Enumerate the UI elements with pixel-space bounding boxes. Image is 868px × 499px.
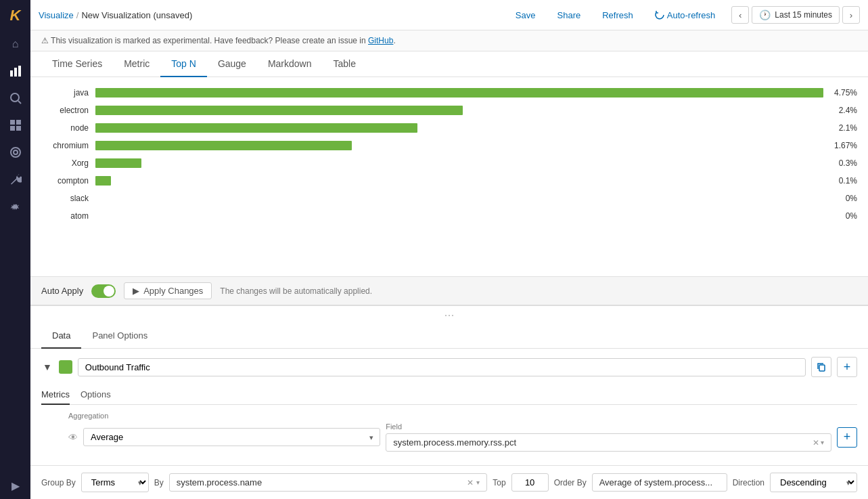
by-field-input[interactable]: system.process.name ✕ ▾	[169, 473, 488, 492]
svg-line-4	[18, 101, 21, 104]
by-field-clear-icon[interactable]: ✕	[467, 478, 474, 487]
time-range-label: Last 15 minutes	[775, 10, 832, 20]
svg-rect-5	[10, 120, 15, 125]
auto-apply-toggle[interactable]	[91, 284, 116, 298]
auto-apply-note: The changes will be automatically applie…	[220, 286, 372, 296]
metrics-tab-options[interactable]: Options	[81, 385, 111, 405]
sidebar-settings-icon[interactable]	[0, 193, 30, 220]
svg-rect-2	[18, 66, 21, 77]
aggregation-wrapper: Average Sum Min Max	[83, 428, 380, 446]
viz-tabs: Time Series Metric Top N Gauge Markdown …	[30, 51, 868, 77]
svg-rect-7	[10, 126, 15, 131]
tab-data[interactable]: Data	[41, 324, 81, 349]
sidebar-chart-icon[interactable]	[0, 58, 30, 85]
chart-value: 0.1%	[823, 176, 857, 186]
top-value-input[interactable]	[511, 473, 549, 492]
metric-eye-icon[interactable]: 👁	[68, 432, 78, 443]
refresh-button[interactable]: Refresh	[597, 7, 639, 23]
field-column-label: Field	[386, 422, 831, 431]
group-by-type-select[interactable]: Terms Filters	[81, 473, 149, 492]
github-link[interactable]: GitHub	[368, 36, 393, 45]
breadcrumb: Visualize / New Visualization (unsaved)	[39, 10, 505, 20]
tab-time-series[interactable]: Time Series	[41, 51, 113, 77]
banner-text-end: .	[393, 36, 395, 45]
banner-text: ⚠ This visualization is marked as experi…	[41, 36, 368, 45]
order-by-field[interactable]: Average of system.process...	[592, 473, 727, 492]
breadcrumb-current: New Visualization (unsaved)	[81, 10, 192, 20]
tab-gauge[interactable]: Gauge	[207, 51, 257, 77]
apply-changes-button[interactable]: ▶ Apply Changes	[124, 282, 212, 299]
chart-row: slack0%	[41, 191, 857, 206]
series-color-swatch[interactable]	[59, 360, 72, 374]
chart-row: electron2.4%	[41, 103, 857, 118]
field-clear-icon[interactable]: ✕	[813, 438, 819, 448]
share-button[interactable]: Share	[552, 7, 587, 23]
series-collapse-button[interactable]: ▼	[41, 360, 53, 374]
sidebar-home-icon[interactable]: ⌂	[0, 30, 30, 58]
sidebar-discover-icon[interactable]	[0, 85, 30, 112]
sidebar-wrench-icon[interactable]	[0, 166, 30, 193]
group-by-label: Group By	[41, 478, 76, 487]
chart-area: java4.75%electron2.4%node2.1%chromium1.6…	[30, 77, 868, 276]
chart-bar-container	[95, 176, 823, 186]
breadcrumb-separator: /	[76, 10, 79, 20]
auto-apply-bar: Auto Apply ▶ Apply Changes The changes w…	[30, 276, 868, 305]
metrics-tab-metrics[interactable]: Metrics	[41, 385, 70, 405]
visualize-breadcrumb-link[interactable]: Visualize	[39, 10, 74, 20]
chart-value: 2.4%	[823, 106, 857, 115]
chart-value: 0%	[823, 194, 857, 203]
auto-apply-label: Auto Apply	[41, 286, 83, 296]
tab-top-n[interactable]: Top N	[160, 51, 207, 77]
nav-next-button[interactable]: ›	[842, 6, 860, 24]
chart-label: chromium	[41, 141, 95, 150]
series-copy-button[interactable]	[811, 357, 831, 377]
by-label: By	[154, 478, 164, 487]
sidebar-play-icon[interactable]: ▶	[0, 472, 30, 499]
topbar: Visualize / New Visualization (unsaved) …	[30, 0, 868, 30]
series-add-button[interactable]: +	[837, 357, 857, 377]
series-row: ▼ +	[41, 357, 857, 377]
chart-row: chromium1.67%	[41, 138, 857, 153]
tab-panel-options[interactable]: Panel Options	[81, 324, 158, 349]
nav-prev-button[interactable]: ‹	[731, 6, 749, 24]
sidebar-dashboard-icon[interactable]	[0, 112, 30, 139]
order-by-label: Order By	[554, 478, 587, 487]
tab-markdown[interactable]: Markdown	[257, 51, 323, 77]
chart-label: compton	[41, 176, 95, 186]
topbar-actions: Save Share Refresh Auto-refresh ‹ 🕐 Last…	[510, 6, 860, 24]
time-range-picker[interactable]: 🕐 Last 15 minutes	[752, 6, 840, 24]
chart-value: 4.75%	[823, 88, 857, 97]
by-field-value: system.process.name	[177, 477, 465, 487]
tab-metric[interactable]: Metric	[113, 51, 160, 77]
chart-row: compton0.1%	[41, 173, 857, 188]
chart-label: java	[41, 88, 95, 97]
toggle-knob	[104, 286, 114, 297]
field-wrapper: Field system.process.memory.rss.pct ✕ ▾	[386, 422, 831, 452]
chart-label: atom	[41, 211, 95, 221]
add-metric-button[interactable]: +	[837, 427, 857, 448]
chart-row: atom0%	[41, 209, 857, 223]
chart-bar	[95, 106, 463, 115]
sidebar-visualize-icon[interactable]	[0, 139, 30, 166]
group-by-type-wrapper: Terms Filters	[81, 473, 149, 492]
svg-rect-0	[10, 70, 13, 77]
chart-value: 0.3%	[823, 158, 857, 168]
save-button[interactable]: Save	[510, 7, 541, 23]
data-panel: ▼ + Metrics Options Aggregation 👁	[30, 349, 868, 465]
sidebar: K ⌂ ▶	[0, 0, 30, 499]
bottom-panel: ··· Data Panel Options ▼ + Metrics Optio…	[30, 305, 868, 499]
chart-bar-container	[95, 88, 823, 97]
metric-inputs-row: 👁 Average Sum Min Max Field	[68, 422, 857, 452]
series-name-input[interactable]	[78, 358, 806, 376]
chart-bar-container	[95, 194, 823, 203]
auto-refresh-button[interactable]: Auto-refresh	[649, 7, 721, 23]
apply-changes-label: Apply Changes	[143, 286, 203, 296]
main-content: Visualize / New Visualization (unsaved) …	[30, 0, 868, 499]
direction-select[interactable]: Descending Ascending	[770, 473, 857, 492]
chart-value: 2.1%	[823, 123, 857, 133]
aggregation-select[interactable]: Average Sum Min Max	[83, 428, 380, 446]
clock-icon: 🕐	[759, 9, 771, 20]
field-input[interactable]: system.process.memory.rss.pct ✕ ▾	[386, 433, 831, 452]
panel-drag-handle[interactable]: ···	[30, 306, 868, 324]
tab-table[interactable]: Table	[323, 51, 367, 77]
